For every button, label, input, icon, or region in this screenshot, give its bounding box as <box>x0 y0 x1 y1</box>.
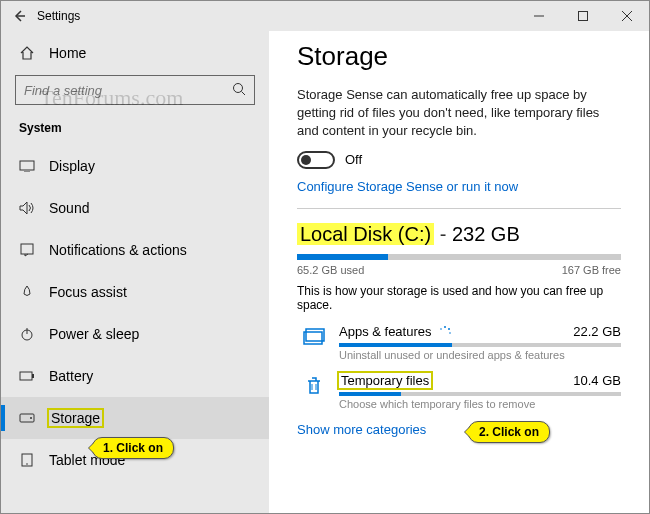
sound-icon <box>19 201 35 215</box>
sidebar-item-label: Battery <box>49 368 93 384</box>
svg-rect-12 <box>32 374 34 378</box>
configure-link[interactable]: Configure Storage Sense or run it now <box>297 179 621 194</box>
search-icon <box>232 82 246 99</box>
titlebar: Settings <box>1 1 649 31</box>
display-icon <box>19 160 35 172</box>
svg-rect-11 <box>20 372 32 380</box>
sidebar-home[interactable]: Home <box>1 35 269 71</box>
disk-used-label: 65.2 GB used <box>297 264 364 276</box>
disk-name: Local Disk (C:) <box>297 223 434 245</box>
sidebar-item-label: Display <box>49 158 95 174</box>
svg-point-20 <box>448 328 450 330</box>
category-size: 10.4 GB <box>573 373 621 388</box>
category-apps-features[interactable]: Apps & features 22.2 GB Uninstall unused… <box>297 324 621 362</box>
disk-title: Local Disk (C:) - 232 GB <box>297 223 621 246</box>
window-title: Settings <box>37 9 517 23</box>
search-input[interactable] <box>24 83 232 98</box>
category-sub: Uninstall unused or undesired apps & fea… <box>339 349 621 361</box>
sidebar-item-battery[interactable]: Battery <box>1 355 269 397</box>
sidebar-item-label: Power & sleep <box>49 326 139 342</box>
sidebar-item-storage[interactable]: Storage <box>1 397 269 439</box>
svg-rect-1 <box>579 12 588 21</box>
svg-point-4 <box>234 83 243 92</box>
back-button[interactable] <box>1 9 37 23</box>
svg-line-5 <box>242 91 246 95</box>
sidebar-item-label: Sound <box>49 200 89 216</box>
main-content: Storage Storage Sense can automatically … <box>269 31 649 513</box>
trash-icon <box>301 373 327 399</box>
category-sub: Choose which temporary files to remove <box>339 398 621 410</box>
svg-point-22 <box>440 328 442 330</box>
page-title: Storage <box>297 41 621 72</box>
svg-point-19 <box>444 326 446 328</box>
disk-usage-bar <box>297 254 621 260</box>
category-bar <box>339 343 621 347</box>
storage-sense-description: Storage Sense can automatically free up … <box>297 86 621 141</box>
tablet-icon <box>19 453 35 467</box>
sidebar-item-sound[interactable]: Sound <box>1 187 269 229</box>
focus-assist-icon <box>19 285 35 299</box>
sidebar-item-label: Storage <box>49 410 102 426</box>
svg-point-21 <box>449 332 451 334</box>
category-name: Temporary files <box>339 373 431 388</box>
section-label: System <box>1 113 269 145</box>
loading-spinner-icon <box>438 325 452 339</box>
sidebar-item-display[interactable]: Display <box>1 145 269 187</box>
storage-sense-toggle[interactable] <box>297 151 335 169</box>
svg-point-16 <box>26 463 28 465</box>
search-box[interactable] <box>15 75 255 105</box>
sidebar-item-power-sleep[interactable]: Power & sleep <box>1 313 269 355</box>
apps-icon <box>301 324 327 350</box>
category-size: 22.2 GB <box>573 324 621 340</box>
category-bar <box>339 392 621 396</box>
power-icon <box>19 327 35 341</box>
category-temporary-files[interactable]: Temporary files 10.4 GB Choose which tem… <box>297 373 621 410</box>
svg-rect-8 <box>21 244 33 254</box>
storage-icon <box>19 413 35 423</box>
maximize-button[interactable] <box>561 1 605 31</box>
usage-hint: This is how your storage is used and how… <box>297 284 621 312</box>
annotation-2: 2. Click on <box>468 421 550 443</box>
annotation-1: 1. Click on <box>92 437 174 459</box>
sidebar-home-label: Home <box>49 45 86 61</box>
disk-size: 232 GB <box>452 223 520 245</box>
divider <box>297 208 621 209</box>
back-arrow-icon <box>12 9 26 23</box>
notifications-icon <box>19 243 35 257</box>
toggle-label: Off <box>345 152 362 167</box>
svg-point-14 <box>30 417 32 419</box>
home-icon <box>19 45 35 61</box>
category-name: Apps & features <box>339 324 452 340</box>
svg-rect-6 <box>20 161 34 170</box>
sidebar-item-focus-assist[interactable]: Focus assist <box>1 271 269 313</box>
battery-icon <box>19 371 35 381</box>
minimize-button[interactable] <box>517 1 561 31</box>
sidebar-item-label: Notifications & actions <box>49 242 187 258</box>
sidebar-item-label: Focus assist <box>49 284 127 300</box>
close-button[interactable] <box>605 1 649 31</box>
sidebar-item-notifications[interactable]: Notifications & actions <box>1 229 269 271</box>
disk-free-label: 167 GB free <box>562 264 621 276</box>
